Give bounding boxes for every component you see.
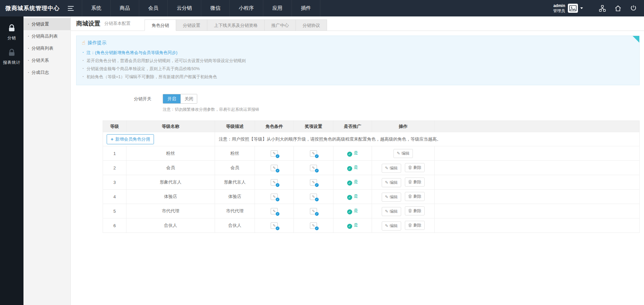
sidebar: 分销设置 分销商品列表 分销商列表 分销关系 分成日志 xyxy=(23,16,71,305)
check-circle-icon: ✓ xyxy=(347,195,352,200)
level-name-cell: 体验店 xyxy=(126,190,215,204)
trash-icon xyxy=(408,180,412,184)
corner-fold-icon[interactable] xyxy=(633,36,639,43)
promote-cell: ✓是 xyxy=(333,190,372,204)
lock-icon xyxy=(7,48,16,58)
user-role: 管理员 xyxy=(553,8,565,13)
tab-role-distribution[interactable]: 角色分销 xyxy=(145,19,176,31)
tips-line: 注：(角色分销新增角色将会与会员等级角色同步) xyxy=(76,49,631,57)
tab-upline-downline-qualification[interactable]: 上下线关系及分销资格 xyxy=(207,19,265,31)
role-condition-edit-icon[interactable]: ✎✓ xyxy=(271,179,278,186)
user-info[interactable]: admin 管理员 xyxy=(553,3,565,13)
sidebar-item-distribution-settings[interactable]: 分销设置 xyxy=(23,18,70,30)
actions-cell: ✎编辑 删除 xyxy=(372,190,435,204)
level-desc-cell: 形象代言人 xyxy=(215,175,255,190)
filler-cell xyxy=(435,204,640,218)
delete-button[interactable]: 删除 xyxy=(405,192,425,201)
sidebar-item-commission-log[interactable]: 分成日志 xyxy=(23,66,70,79)
pencil-icon: ✎ xyxy=(385,180,388,185)
sidebar-item-distributor-list[interactable]: 分销商列表 xyxy=(23,42,70,54)
top-nav-item-plugins[interactable]: 插件 xyxy=(291,0,320,16)
check-badge-icon: ✓ xyxy=(275,168,280,173)
delete-button-label: 删除 xyxy=(413,179,421,185)
home-icon[interactable] xyxy=(614,4,622,12)
check-circle-icon: ✓ xyxy=(347,224,352,229)
role-condition-edit-icon[interactable]: ✎✓ xyxy=(271,222,278,229)
role-condition-cell: ✎✓ xyxy=(255,146,294,161)
delete-button[interactable]: 删除 xyxy=(405,163,425,172)
sidebar-item-distribution-relations[interactable]: 分销关系 xyxy=(23,54,70,66)
reward-settings-edit-icon[interactable]: ✎✓ xyxy=(310,222,317,229)
actions-cell: ✎编辑 删除 xyxy=(372,204,435,218)
trash-icon xyxy=(408,223,412,227)
sidebar-item-distribution-goods-list[interactable]: 分销商品列表 xyxy=(23,30,70,42)
tab-promotion-center[interactable]: 推广中心 xyxy=(265,19,296,31)
edit-button[interactable]: ✎编辑 xyxy=(382,193,401,202)
reward-settings-edit-icon[interactable]: ✎✓ xyxy=(310,150,317,157)
reward-settings-edit-icon[interactable]: ✎✓ xyxy=(310,208,317,214)
share-nodes-icon[interactable] xyxy=(598,4,606,12)
reward-settings-cell: ✎✓ xyxy=(294,146,333,161)
avatar[interactable] xyxy=(568,4,578,13)
top-nav-item-apps[interactable]: 应用 xyxy=(263,0,291,16)
distribution-switch: 开启 关闭 xyxy=(163,94,197,104)
reward-settings-edit-icon[interactable]: ✎✓ xyxy=(310,165,317,171)
level-name-cell: 形象代言人 xyxy=(126,175,215,190)
reward-settings-cell: ✎✓ xyxy=(294,161,333,175)
chevron-down-icon[interactable] xyxy=(580,7,583,9)
level-cell: 1 xyxy=(103,146,126,161)
edit-button[interactable]: ✎编辑 xyxy=(382,164,401,173)
add-member-role-button[interactable]: + 新增会员角色分佣 xyxy=(107,134,154,144)
filler-cell xyxy=(435,161,640,175)
tips-panel: ☝ 操作提示 注：(角色分销新增角色将会与会员等级角色同步) 若开启角色分销，普… xyxy=(76,36,640,85)
delete-button-label: 删除 xyxy=(413,222,421,228)
reward-settings-edit-icon[interactable]: ✎✓ xyxy=(310,194,317,200)
edit-button[interactable]: ✎编辑 xyxy=(382,207,401,216)
reward-settings-cell: ✎✓ xyxy=(294,190,333,204)
role-condition-edit-icon[interactable]: ✎✓ xyxy=(271,165,278,171)
top-nav-item-miniprogram[interactable]: 小程序 xyxy=(229,0,263,16)
edit-button-label: 编辑 xyxy=(390,223,398,229)
top-nav-item-system[interactable]: 系统 xyxy=(82,0,110,16)
role-condition-edit-icon[interactable]: ✎✓ xyxy=(271,150,278,157)
rail-item-report-statistics[interactable]: 报表统计 xyxy=(0,45,23,69)
role-condition-cell: ✎✓ xyxy=(255,175,294,190)
rail-item-label: 分销 xyxy=(0,35,23,41)
edit-button[interactable]: ✎编辑 xyxy=(393,149,413,158)
tips-line: 若开启角色分销，普通会员启用默认分销规则，还可以去设置分销商等级设定分销规则 xyxy=(76,57,631,65)
delete-button[interactable]: 删除 xyxy=(405,221,425,230)
top-nav-item-wechat[interactable]: 微信 xyxy=(201,0,229,16)
filler-cell xyxy=(435,146,640,161)
menu-toggle-icon[interactable] xyxy=(68,6,74,11)
top-nav-item-goods[interactable]: 商品 xyxy=(110,0,139,16)
promote-cell: ✓是 xyxy=(333,146,372,161)
power-icon[interactable] xyxy=(629,4,637,12)
role-condition-edit-icon[interactable]: ✎✓ xyxy=(271,194,278,200)
edit-button-label: 编辑 xyxy=(390,165,398,171)
role-condition-cell: ✎✓ xyxy=(255,190,294,204)
tab-distribution-agreement[interactable]: 分销协议 xyxy=(296,19,327,31)
promote-value: 是 xyxy=(354,179,358,184)
level-name-cell: 粉丝 xyxy=(126,146,215,161)
promote-value: 是 xyxy=(354,194,358,199)
lock-icon xyxy=(7,24,16,34)
switch-on-button[interactable]: 开启 xyxy=(163,94,180,103)
tab-distribution-settings[interactable]: 分销设置 xyxy=(176,19,207,31)
switch-off-button[interactable]: 关闭 xyxy=(180,94,197,103)
check-badge-icon: ✓ xyxy=(315,154,319,158)
reward-settings-edit-icon[interactable]: ✎✓ xyxy=(310,179,317,186)
edit-button[interactable]: ✎编辑 xyxy=(382,178,401,187)
delete-button[interactable]: 删除 xyxy=(405,206,425,215)
page-subtitle: 分销基本配置 xyxy=(104,20,130,27)
top-nav-item-members[interactable]: 会员 xyxy=(139,0,167,16)
delete-button[interactable]: 删除 xyxy=(405,177,425,187)
pencil-icon: ✎ xyxy=(385,195,388,199)
page-header: 商城设置 分销基本配置 角色分销 分销设置 上下线关系及分销资格 推广中心 分销… xyxy=(71,16,644,31)
role-condition-edit-icon[interactable]: ✎✓ xyxy=(271,208,278,214)
edit-button[interactable]: ✎编辑 xyxy=(382,221,401,231)
check-badge-icon: ✓ xyxy=(275,183,280,187)
top-nav-item-cloud-distribution[interactable]: 云分销 xyxy=(167,0,201,16)
col-header-reward-settings: 奖项设置 xyxy=(294,121,333,132)
rail-item-distribution[interactable]: 分销 xyxy=(0,20,23,45)
app-logo[interactable]: 微商城系统管理中心 xyxy=(0,4,64,12)
